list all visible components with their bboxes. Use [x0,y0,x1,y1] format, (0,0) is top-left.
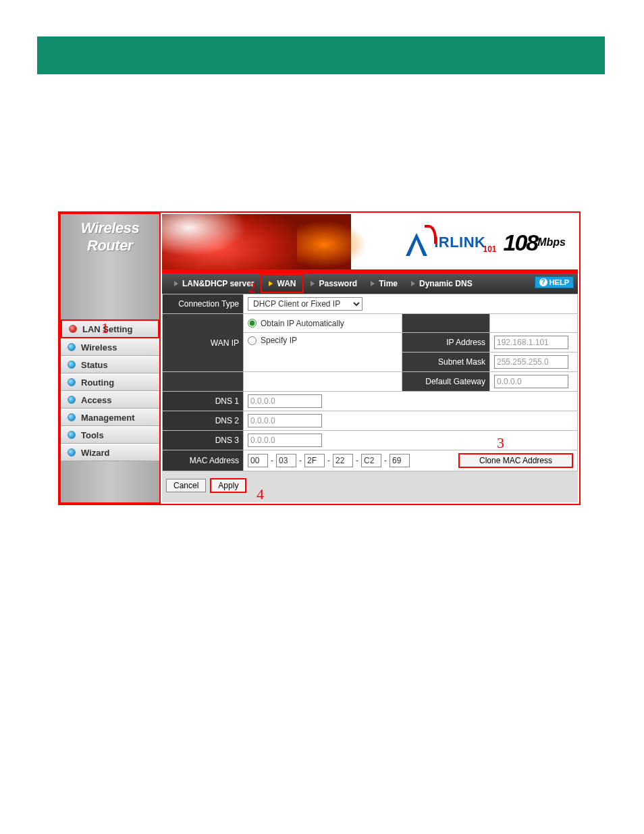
tab-label: Password [319,279,357,288]
bullet-icon [69,325,77,333]
product-title-line2: Router [61,237,159,255]
sidebar-item-label: Status [81,360,108,370]
mac-octet-1-input[interactable] [248,454,268,467]
tab-label: WAN [277,279,296,288]
clone-mac-button[interactable]: Clone MAC Address [458,453,573,468]
mac-octet-2-input[interactable] [276,454,296,467]
apply-button[interactable]: Apply [210,478,246,493]
tab-label: Time [379,279,398,288]
mac-octet-6-input[interactable] [390,454,410,467]
bullet-icon [68,361,76,369]
label-dns1: DNS 1 [163,392,244,411]
sidebar: Wireless Router LAN Setting Wireless Sta… [59,213,161,504]
product-title: Wireless Router [61,214,159,263]
row-dns3: DNS 3 [163,431,578,450]
dns1-input[interactable] [248,394,322,408]
connection-type-select[interactable]: DHCP Client or Fixed IP [248,297,363,311]
wan-settings-table: Connection Type DHCP Client or Fixed IP … [162,294,578,471]
triangle-cut-icon [410,240,423,256]
row-dns2: DNS 2 [163,411,578,431]
bullet-icon [68,343,76,351]
label-subnet-mask: Subnet Mask [402,353,490,372]
tab-bar: LAN&DHCP server WAN Password Time Dynami… [162,273,578,294]
sidebar-item-label: LAN Setting [82,324,132,334]
bullet-icon [68,378,76,386]
bullet-icon [68,431,76,439]
radio-obtain-ip[interactable]: Obtain IP Automatically [248,319,398,328]
radio-specify-ip-input[interactable] [248,336,257,345]
sidebar-item-routing[interactable]: Routing [61,373,159,391]
product-title-line1: Wireless [61,219,159,237]
mac-sep: - [271,456,273,465]
row-dns1: DNS 1 [163,392,578,411]
cell-ip-address [490,333,578,353]
sidebar-item-tools[interactable]: Tools [61,426,159,444]
cell-subnet-mask [490,353,578,372]
brand-a-icon [403,226,434,259]
radio-specify-ip[interactable]: Specify IP [248,336,398,345]
cell-default-gateway [490,372,578,392]
sidebar-item-status[interactable]: Status [61,356,159,373]
cancel-button[interactable]: Cancel [166,479,206,492]
label-dns2: DNS 2 [163,411,244,431]
cell-mac-address: - - - - - Clone MAC Address [244,450,578,471]
label-wan-ip: WAN IP [163,314,244,372]
cell-dns2 [244,411,578,431]
tab-wan[interactable]: WAN [261,274,304,293]
label-connection-type: Connection Type [163,294,244,314]
empty-cell [490,314,578,333]
radio-specify-ip-label: Specify IP [261,336,297,345]
default-gateway-input[interactable] [494,375,568,388]
mac-sep: - [384,456,387,465]
sidebar-item-lan-setting[interactable]: LAN Setting [61,319,159,338]
cell-obtain: Obtain IP Automatically [244,314,402,333]
sidebar-item-access[interactable]: Access [61,391,159,409]
radio-obtain-ip-input[interactable] [248,319,257,328]
sidebar-item-label: Wizard [81,448,110,458]
sidebar-item-management[interactable]: Management [61,409,159,426]
mac-octet-3-input[interactable] [304,454,325,467]
cell-dns1 [244,392,578,411]
sidebar-menu: LAN Setting Wireless Status Routing Acce… [61,319,159,461]
sidebar-item-wireless[interactable]: Wireless [61,338,159,356]
sidebar-inner: Wireless Router LAN Setting Wireless Sta… [61,214,159,502]
brand-speed: 108 [503,230,537,256]
tab-dynamic-dns[interactable]: Dynamic DNS [404,273,479,294]
empty-label [163,372,244,392]
brand-banner: IRLINK 101 108 Mbps [162,214,578,273]
brand-logo: IRLINK 101 108 Mbps [403,226,566,259]
router-admin-window: Wireless Router LAN Setting Wireless Sta… [58,211,581,505]
bullet-icon [68,413,76,421]
chevron-right-icon [371,281,375,286]
help-button[interactable]: HELP [535,276,574,288]
brand-name: IRLINK [434,234,485,251]
bullet-icon [68,396,76,404]
tab-time[interactable]: Time [364,273,404,294]
mac-sep: - [356,456,358,465]
empty-cell [402,314,490,333]
sidebar-item-wizard[interactable]: Wizard [61,444,159,461]
cell-specify: Specify IP [244,333,402,372]
banner-swoosh-graphic [162,214,351,273]
chevron-right-icon [174,281,178,286]
label-dns3: DNS 3 [163,431,244,450]
mac-octet-4-input[interactable] [333,454,353,467]
row-wan-ip-1: WAN IP Obtain IP Automatically [163,314,578,333]
tab-lan-dhcp[interactable]: LAN&DHCP server [167,273,261,294]
cell-connection-type: DHCP Client or Fixed IP [244,294,578,314]
subnet-mask-input[interactable] [494,355,568,369]
mac-sep: - [299,456,302,465]
row-default-gateway: Default Gateway [163,372,578,392]
form-actions: Cancel Apply [162,471,578,500]
ip-address-input[interactable] [494,336,568,349]
content-area: IRLINK 101 108 Mbps LAN&DHCP server WAN … [162,214,578,502]
tab-password[interactable]: Password [304,273,364,294]
sidebar-item-label: Access [81,395,112,405]
cell-dns3 [244,431,578,450]
dns2-input[interactable] [248,414,322,427]
row-mac-address: MAC Address - - - - - Clone MAC Address [163,450,578,471]
dns3-input[interactable] [248,434,322,447]
radio-obtain-ip-label: Obtain IP Automatically [261,319,344,328]
label-default-gateway: Default Gateway [402,372,490,392]
mac-octet-5-input[interactable] [361,454,381,467]
